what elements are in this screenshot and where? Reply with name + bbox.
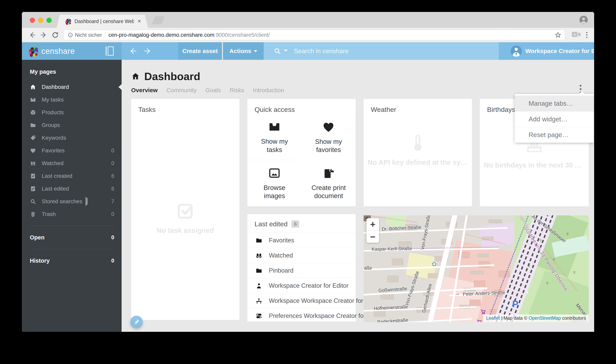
menu-item[interactable]: Manage tabs…: [515, 96, 594, 111]
sidebar-item-count: 0: [111, 211, 114, 217]
app-back-icon[interactable]: [128, 47, 138, 56]
map-street-label: Kaspar-Kerll-Straße: [371, 246, 412, 252]
sidebar-item[interactable]: Keywords: [22, 131, 122, 144]
new-tab-button[interactable]: [152, 16, 165, 24]
list-item[interactable]: Workspace Workspace Creator for Editor: [247, 293, 356, 308]
tasks-widget: Tasks No task assigned: [131, 99, 239, 320]
create-asset-button[interactable]: Create asset: [178, 42, 222, 60]
page-tab[interactable]: Goals: [205, 87, 221, 94]
menu-item[interactable]: Reset page…: [515, 127, 594, 143]
list-item-label: Watched: [269, 252, 293, 259]
sidebar-item[interactable]: Last edited 6: [22, 182, 122, 195]
window-controls[interactable]: [30, 18, 52, 23]
map-widget[interactable]: + P Dr.-Böttcher-StraßeKaspar-Kerll-Stra…: [364, 215, 589, 322]
page-tabs: OverviewCommunityGoalsRisksIntroduction: [131, 87, 284, 94]
trash-icon: [30, 211, 36, 217]
list-item[interactable]: Pinboard: [247, 263, 356, 278]
actions-button[interactable]: Actions: [223, 42, 264, 60]
browser-reload-icon[interactable]: [51, 31, 60, 39]
quick-access-label: Show my tasks: [254, 137, 295, 154]
doc-edit-icon: [30, 186, 36, 192]
list-item[interactable]: Preferences Workspace Creator for Editor: [247, 308, 356, 324]
tag-icon: [30, 135, 36, 141]
user-menu[interactable]: Workspace Creator for Editor: [499, 42, 594, 60]
quick-access-button[interactable]: Browse images: [247, 160, 302, 206]
tab-close-icon[interactable]: ✕: [137, 18, 141, 24]
global-search[interactable]: [264, 42, 499, 60]
heart-icon: [322, 120, 335, 133]
sidebar-item[interactable]: Products: [22, 106, 122, 119]
url-host: cen-pro-magalog-demo.demo.censhare.com: [108, 32, 214, 38]
map-street-label: Hofheimerstraße: [374, 304, 408, 311]
map-zoom-in-button[interactable]: +: [367, 218, 379, 231]
list-item-label: Workspace Creator for Editor: [269, 282, 349, 289]
pin-button[interactable]: [130, 316, 143, 328]
birthdays-empty-text: No birthdays in the next 30 Days: [480, 161, 589, 169]
sidebar-footer-item[interactable]: History 0: [22, 254, 122, 267]
quick-access-button[interactable]: Show my tasks: [247, 114, 302, 160]
home-icon: [30, 84, 36, 90]
sidebar-item-label: Trash: [42, 211, 56, 217]
list-item[interactable]: Workspace Creator for Editor: [247, 278, 356, 293]
page-tab[interactable]: Risks: [230, 87, 244, 94]
print-doc-icon: [322, 167, 335, 180]
user-avatar-icon[interactable]: [511, 46, 522, 57]
quick-access-label: Show my favorites: [308, 138, 349, 154]
zoom-window-button[interactable]: [47, 18, 52, 23]
quick-access-grid: Show my tasks Show my favorites Browse i…: [247, 114, 356, 206]
sidebar-item[interactable]: Trash 0: [22, 208, 122, 221]
brand-name: censhare: [41, 47, 75, 56]
tab-title: Dashboard | censhare Web: [75, 18, 134, 24]
create-asset-label: Create asset: [183, 48, 218, 54]
sidebar-item[interactable]: My tasks: [22, 93, 122, 106]
bookmark-star-icon[interactable]: [555, 32, 561, 38]
browser-back-icon[interactable]: [28, 31, 37, 39]
search-icon[interactable]: [274, 47, 281, 55]
page-tab[interactable]: Community: [166, 87, 197, 94]
openstreetmap-link[interactable]: OpenStreetMap: [529, 315, 561, 321]
sidebar-item[interactable]: Groups: [22, 119, 122, 131]
translate-extension-icon[interactable]: a: [572, 31, 581, 39]
info-icon[interactable]: [68, 32, 73, 38]
search-scope-caret-icon[interactable]: [284, 50, 288, 53]
browser-tabstrip: Dashboard | censhare Web ✕: [22, 12, 594, 28]
browser-forward-icon[interactable]: [39, 31, 48, 39]
search-input[interactable]: [294, 48, 413, 55]
weather-empty-text: No API key defined at the system as…: [364, 158, 472, 166]
minimize-window-button[interactable]: [38, 18, 43, 23]
actions-label: Actions: [229, 48, 251, 54]
leaflet-link[interactable]: Leaflet: [486, 315, 500, 321]
box-icon: [30, 109, 36, 116]
page-tab[interactable]: Overview: [131, 87, 157, 94]
menu-item[interactable]: Add widget…: [515, 111, 594, 127]
sidebar-item[interactable]: Last created 6: [22, 170, 122, 182]
sidebar-footer-item[interactable]: Open 0: [22, 231, 122, 244]
sidebar-item[interactable]: Favorites 0: [22, 144, 122, 157]
search-icon: [30, 198, 36, 205]
censhare-logo: [27, 46, 39, 57]
page-tab[interactable]: Introduction: [253, 87, 284, 94]
browser-menu-icon[interactable]: [584, 31, 589, 39]
binoculars-icon: [30, 160, 36, 167]
browser-profile-icon[interactable]: [579, 15, 588, 25]
sidebar-item-label: Groups: [42, 122, 60, 128]
quick-access-button[interactable]: Create print document: [302, 160, 356, 206]
list-item[interactable]: Watched: [247, 248, 356, 263]
sidebar-item[interactable]: Stored searches 7: [22, 195, 122, 208]
address-bar[interactable]: Nicht sicher cen-pro-magalog-demo.demo.c…: [64, 30, 565, 40]
collapse-sidebar-icon[interactable]: [106, 47, 114, 56]
sidebar-item[interactable]: Watched 0: [22, 157, 122, 170]
map-zoom-out-button[interactable]: −: [367, 231, 379, 243]
security-label[interactable]: Nicht sicher: [75, 32, 102, 38]
app-forward-icon[interactable]: [143, 47, 152, 56]
browser-tab[interactable]: Dashboard | censhare Web ✕: [57, 15, 148, 28]
brand-block: censhare: [22, 42, 122, 60]
list-item[interactable]: Favorites: [247, 233, 356, 248]
sidebar-footer: Open 0 History 0: [22, 231, 122, 267]
expand-arrow-icon[interactable]: [85, 197, 89, 206]
close-window-button[interactable]: [30, 18, 35, 23]
heart-icon: [30, 147, 36, 154]
sidebar-item[interactable]: Dashboard: [22, 81, 122, 93]
sidebar-item-label: My tasks: [42, 97, 64, 103]
quick-access-button[interactable]: Show my favorites: [302, 114, 356, 160]
